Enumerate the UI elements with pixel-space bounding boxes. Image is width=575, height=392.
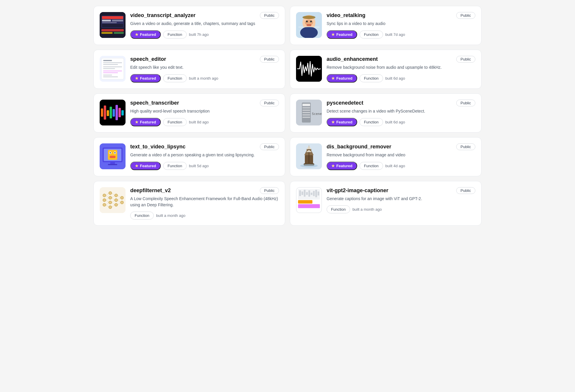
card-tags: Function built a month ago [327, 205, 475, 213]
function-tag[interactable]: Function [163, 74, 187, 82]
function-tag[interactable]: Function [360, 31, 383, 38]
build-time: built 7d ago [385, 32, 405, 37]
svg-rect-32 [101, 108, 103, 117]
card-body: dis_background_remover Public Remove bac… [327, 143, 475, 170]
visibility-badge: Public [260, 100, 279, 106]
card-thumbnail [100, 56, 126, 82]
svg-rect-36 [113, 109, 115, 117]
card-thumbnail [296, 56, 322, 82]
function-tag[interactable]: Function [360, 74, 383, 82]
card-title: video_retalking [327, 12, 365, 19]
build-time: built 6d ago [385, 76, 405, 81]
svg-rect-111 [315, 190, 317, 197]
svg-rect-22 [103, 62, 122, 63]
visibility-badge: Public [456, 143, 475, 150]
visibility-badge: Public [260, 56, 279, 63]
function-tag[interactable]: Function [360, 118, 383, 126]
svg-rect-47 [302, 117, 310, 118]
featured-tag[interactable]: ★Featured [327, 74, 357, 83]
svg-rect-52 [108, 150, 117, 160]
card-title: vit-gpt2-image-captioner [327, 187, 388, 194]
card-description: Detect scene changes in a video with PyS… [327, 108, 475, 114]
svg-point-78 [115, 194, 118, 197]
card-thumbnail [100, 187, 126, 213]
svg-rect-44 [302, 110, 310, 111]
svg-point-77 [109, 206, 112, 209]
svg-rect-43 [302, 107, 310, 108]
card-speech-transcriber: speech_transcriber Public High quality w… [93, 93, 285, 133]
svg-rect-9 [114, 32, 124, 34]
star-icon: ★ [135, 120, 138, 124]
card-tags: Function built a month ago [130, 212, 279, 220]
svg-rect-101 [298, 204, 320, 208]
svg-rect-8 [101, 32, 113, 34]
card-dis-background-remover: dis_background_remover Public Remove bac… [290, 137, 482, 176]
card-title: speech_editor [130, 56, 166, 62]
visibility-badge: Public [260, 143, 279, 150]
svg-point-80 [115, 203, 118, 206]
svg-point-71 [103, 194, 106, 197]
svg-rect-24 [103, 66, 122, 67]
card-description: Remove background noise from audio and u… [327, 64, 475, 71]
star-icon: ★ [135, 76, 138, 81]
featured-tag[interactable]: ★Featured [130, 162, 161, 170]
svg-rect-45 [302, 112, 310, 113]
function-tag[interactable]: Function [360, 162, 383, 170]
build-time: built 8d ago [189, 120, 209, 124]
card-title: deepfilternet_v2 [130, 187, 171, 194]
svg-rect-37 [116, 105, 118, 120]
svg-rect-29 [103, 76, 118, 77]
svg-rect-33 [104, 105, 106, 120]
svg-rect-26 [103, 71, 122, 71]
featured-tag[interactable]: ★Featured [327, 30, 357, 39]
star-icon: ★ [135, 164, 138, 168]
svg-rect-57 [110, 156, 116, 158]
featured-tag[interactable]: ★Featured [130, 30, 161, 39]
svg-rect-42 [302, 104, 310, 106]
card-thumbnail: SceneDet [296, 100, 322, 125]
svg-rect-4 [112, 20, 123, 21]
card-video-retalking: video_retalking Public Sync lips in a vi… [290, 6, 482, 45]
card-pyscenedetect: SceneDet pyscenedetect Public Detect sce… [290, 93, 482, 133]
card-thumbnail [296, 143, 322, 169]
card-title: text_to_video_lipsync [130, 144, 185, 150]
function-tag[interactable]: Function [163, 118, 187, 126]
card-description: Given a video or audio, generate a title… [130, 21, 279, 27]
card-body: audio_enhancement Public Remove backgrou… [327, 56, 475, 83]
svg-point-75 [109, 196, 112, 199]
featured-tag[interactable]: ★Featured [327, 118, 357, 126]
card-text-to-video-lipsync: text_to_video_lipsync Public Generate a … [93, 137, 285, 176]
function-tag[interactable]: Function [163, 31, 187, 38]
svg-rect-105 [302, 192, 303, 195]
svg-rect-3 [102, 20, 111, 21]
card-header: text_to_video_lipsync Public [130, 143, 279, 150]
featured-tag[interactable]: ★Featured [130, 74, 161, 83]
svg-point-82 [121, 201, 123, 204]
star-icon: ★ [331, 32, 335, 37]
featured-tag[interactable]: ★Featured [130, 118, 161, 126]
card-description: Sync lips in a video to any audio [327, 21, 475, 27]
function-tag[interactable]: Function [130, 212, 154, 220]
card-description: Edit speech like you edit text. [130, 64, 279, 71]
svg-rect-16 [307, 24, 311, 26]
svg-rect-106 [304, 190, 305, 197]
card-deepfilternet-v2: deepfilternet_v2 Public A Low Complexity… [93, 181, 285, 226]
svg-text:SceneDet: SceneDet [312, 112, 322, 116]
svg-rect-5 [102, 22, 117, 23]
card-thumbnail [296, 187, 322, 213]
svg-rect-38 [118, 108, 121, 117]
card-header: vit-gpt2-image-captioner Public [327, 187, 475, 194]
card-description: Remove background from image and video [327, 152, 475, 158]
svg-point-56 [114, 152, 116, 153]
visibility-badge: Public [260, 187, 279, 194]
function-tag[interactable]: Function [327, 205, 350, 213]
featured-tag[interactable]: ★Featured [327, 162, 357, 170]
visibility-badge: Public [456, 100, 475, 106]
card-header: dis_background_remover Public [327, 143, 475, 150]
card-thumbnail [100, 12, 126, 38]
card-header: video_transcript_analyzer Public [130, 12, 279, 19]
card-body: video_retalking Public Sync lips in a vi… [327, 12, 475, 39]
card-speech-editor: speech_editor Public Edit speech like yo… [93, 50, 285, 89]
function-tag[interactable]: Function [163, 162, 187, 170]
card-tags: ★Featured Function built 6d ago [327, 74, 475, 83]
